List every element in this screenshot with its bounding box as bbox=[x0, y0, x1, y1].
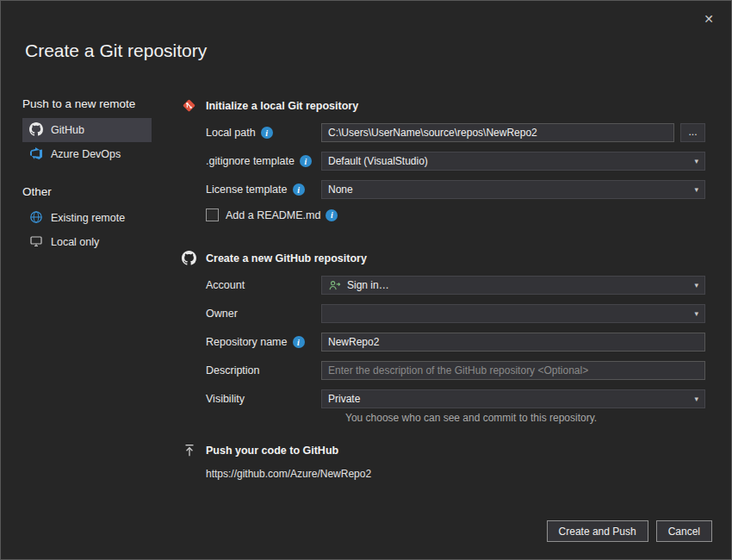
label-text: License template bbox=[206, 184, 288, 196]
label-text: .gitignore template bbox=[206, 155, 295, 167]
license-label: License template i bbox=[206, 184, 321, 196]
push-url-text: https://github.com/Azure/NewRepo2 bbox=[206, 468, 705, 480]
push-section-title: Push your code to GitHub bbox=[206, 445, 338, 457]
sidebar-heading-other: Other bbox=[22, 185, 152, 198]
gitignore-label: .gitignore template i bbox=[206, 155, 321, 167]
description-label: Description bbox=[206, 364, 321, 376]
readme-label: Add a README.md i bbox=[226, 209, 338, 221]
footer: Create and Push Cancel bbox=[547, 520, 712, 542]
sidebar-heading-push-remote: Push to a new remote bbox=[22, 97, 152, 110]
sidebar-item-local-only[interactable]: Local only bbox=[22, 230, 152, 254]
owner-row: Owner ▾ bbox=[206, 304, 705, 323]
visibility-help-text: You choose who can see and commit to thi… bbox=[345, 412, 705, 424]
info-icon[interactable]: i bbox=[261, 127, 273, 139]
account-label: Account bbox=[206, 279, 321, 291]
readme-checkbox[interactable] bbox=[206, 208, 219, 221]
repo-name-input[interactable] bbox=[321, 333, 705, 352]
browse-button[interactable]: ... bbox=[680, 123, 705, 142]
push-section-header: Push your code to GitHub bbox=[182, 443, 705, 457]
local-path-input[interactable] bbox=[321, 123, 674, 142]
license-dropdown[interactable]: None ▾ bbox=[321, 180, 705, 199]
owner-dropdown[interactable]: ▾ bbox=[321, 304, 705, 323]
sidebar-item-label: Existing remote bbox=[51, 212, 125, 224]
init-section-header: Initialize a local Git repository bbox=[182, 98, 705, 113]
sidebar-item-azure-devops[interactable]: Azure DevOps bbox=[22, 142, 152, 166]
chevron-down-icon: ▾ bbox=[694, 281, 698, 289]
main-panel: Initialize a local Git repository Local … bbox=[182, 98, 705, 480]
info-icon[interactable]: i bbox=[293, 336, 305, 348]
description-input[interactable] bbox=[321, 361, 705, 380]
init-section-title: Initialize a local Git repository bbox=[206, 100, 358, 112]
sidebar-item-label: Local only bbox=[51, 236, 99, 248]
chevron-down-icon: ▾ bbox=[694, 395, 698, 403]
github-icon bbox=[182, 251, 196, 265]
dropdown-value: Sign in… bbox=[347, 279, 389, 291]
chevron-down-icon: ▾ bbox=[694, 309, 698, 318]
chevron-down-icon: ▾ bbox=[694, 157, 698, 165]
info-icon[interactable]: i bbox=[300, 155, 312, 167]
readme-row: Add a README.md i bbox=[206, 208, 705, 221]
local-path-row: Local path i ... bbox=[206, 123, 705, 142]
dropdown-value: None bbox=[328, 184, 353, 196]
label-text: Repository name bbox=[206, 336, 288, 348]
visibility-row: Visibility Private ▾ bbox=[206, 389, 705, 408]
chevron-down-icon: ▾ bbox=[694, 185, 698, 194]
sidebar-item-existing-remote[interactable]: Existing remote bbox=[22, 206, 152, 230]
owner-label: Owner bbox=[206, 308, 321, 320]
label-text: Local path bbox=[206, 127, 256, 139]
repo-name-label: Repository name i bbox=[206, 336, 321, 348]
gitignore-dropdown[interactable]: Default (VisualStudio) ▾ bbox=[321, 152, 705, 171]
computer-icon bbox=[29, 234, 43, 251]
close-icon[interactable]: ✕ bbox=[697, 8, 721, 30]
cancel-button[interactable]: Cancel bbox=[656, 520, 712, 542]
account-row: Account Sign in… ▾ bbox=[206, 276, 705, 295]
push-upload-icon bbox=[182, 443, 196, 457]
visibility-label: Visibility bbox=[206, 393, 321, 405]
globe-icon bbox=[29, 210, 43, 227]
sidebar-item-label: GitHub bbox=[51, 124, 84, 136]
github-icon bbox=[29, 122, 43, 139]
license-row: License template i None ▾ bbox=[206, 180, 705, 199]
label-text: Description bbox=[206, 364, 260, 376]
account-dropdown[interactable]: Sign in… ▾ bbox=[321, 276, 705, 295]
sidebar-item-label: Azure DevOps bbox=[51, 148, 121, 160]
git-icon bbox=[182, 98, 196, 113]
azure-devops-icon bbox=[29, 146, 43, 163]
page-title: Create a Git repository bbox=[25, 40, 207, 61]
gitignore-row: .gitignore template i Default (VisualStu… bbox=[206, 152, 705, 171]
dropdown-value: Default (VisualStudio) bbox=[328, 155, 428, 167]
local-path-label: Local path i bbox=[206, 127, 321, 139]
label-text: Visibility bbox=[206, 393, 245, 405]
repo-name-row: Repository name i bbox=[206, 333, 705, 352]
label-text: Owner bbox=[206, 308, 238, 320]
dropdown-value: Private bbox=[328, 393, 360, 405]
sidebar: Push to a new remote GitHub Azure DevOps… bbox=[22, 97, 152, 254]
label-text: Account bbox=[206, 279, 245, 291]
github-section-title: Create a new GitHub repository bbox=[206, 252, 367, 264]
visibility-dropdown[interactable]: Private ▾ bbox=[321, 389, 705, 408]
label-text: Add a README.md bbox=[226, 209, 320, 221]
info-icon[interactable]: i bbox=[293, 184, 305, 196]
sign-in-icon bbox=[328, 279, 341, 292]
github-section-header: Create a new GitHub repository bbox=[182, 251, 705, 265]
info-icon[interactable]: i bbox=[326, 209, 338, 221]
create-git-repository-dialog: ✕ Create a Git repository Push to a new … bbox=[0, 0, 732, 560]
create-and-push-button[interactable]: Create and Push bbox=[547, 520, 648, 542]
sidebar-item-github[interactable]: GitHub bbox=[22, 118, 152, 142]
description-row: Description bbox=[206, 361, 705, 380]
